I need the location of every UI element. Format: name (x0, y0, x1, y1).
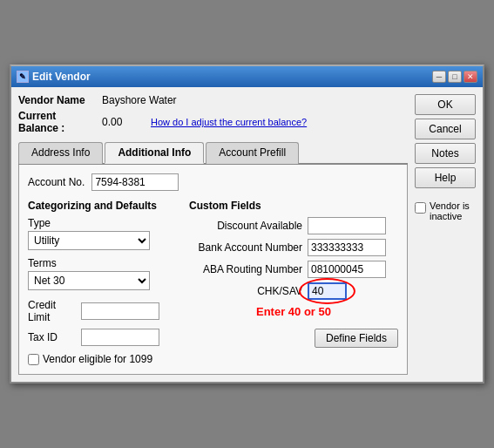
enter-hint-text: Enter 40 or 50 (189, 305, 398, 318)
notes-button[interactable]: Notes (415, 143, 476, 164)
window-body: Vendor Name Bayshore Water Current Balan… (11, 87, 483, 382)
vendor-1099-checkbox[interactable] (28, 354, 39, 365)
credit-limit-label: Credit Limit (28, 299, 76, 323)
edit-vendor-window: ✎ Edit Vendor ─ □ ✕ Vendor Name Bayshore… (10, 64, 484, 384)
vendor-1099-checkbox-row: Vendor eligible for 1099 (28, 353, 180, 365)
tab-bar: Address Info Additional Info Account Pre… (18, 141, 408, 165)
custom-fields-title: Custom Fields (189, 200, 398, 212)
vendor-name-row: Vendor Name Bayshore Water (18, 94, 408, 106)
vendor-inactive-checkbox[interactable] (415, 202, 426, 214)
chk-sav-label: CHK/SAV (189, 285, 302, 297)
bank-account-input[interactable] (308, 239, 386, 256)
vendor-inactive-area: Vendor is inactive (415, 200, 476, 221)
account-no-row: Account No. (28, 173, 398, 191)
bank-account-row: Bank Account Number (189, 239, 398, 256)
vendor-1099-label: Vendor eligible for 1099 (43, 353, 152, 365)
ok-button[interactable]: OK (415, 94, 476, 115)
terms-field-group: Terms Net 30 (28, 257, 180, 290)
terms-label: Terms (28, 257, 180, 269)
additional-info-panel: Account No. Categorizing and Defaults Ty… (18, 165, 408, 375)
title-controls: ─ □ ✕ (432, 71, 477, 83)
define-fields-button[interactable]: Define Fields (315, 329, 398, 348)
close-button[interactable]: ✕ (464, 71, 477, 83)
left-column: Categorizing and Defaults Type Utility T… (28, 200, 180, 365)
maximize-button[interactable]: □ (448, 71, 462, 83)
balance-row: Current Balance : 0.00 How do I adjust t… (18, 110, 408, 134)
window-title: Edit Vendor (32, 71, 91, 83)
tax-id-label: Tax ID (28, 331, 76, 343)
discount-label: Discount Available (189, 220, 302, 232)
vendor-name-label: Vendor Name (18, 94, 97, 106)
tax-id-field: Tax ID (28, 329, 180, 346)
type-field-group: Type Utility (28, 217, 180, 250)
credit-tax-section: Credit Limit Tax ID (28, 299, 180, 346)
type-select[interactable]: Utility (28, 231, 150, 250)
balance-value: 0.00 (102, 116, 145, 128)
vendor-name-value: Bayshore Water (102, 94, 177, 106)
tab-account-prefill[interactable]: Account Prefill (206, 142, 299, 164)
main-content: Vendor Name Bayshore Water Current Balan… (18, 94, 408, 375)
discount-row: Discount Available (189, 217, 398, 234)
account-no-input[interactable] (91, 173, 179, 191)
help-button[interactable]: Help (415, 167, 476, 188)
title-bar-left: ✎ Edit Vendor (17, 71, 91, 83)
right-sidebar: OK Cancel Notes Help Vendor is inactive (415, 94, 476, 375)
chk-sav-row: CHK/SAV (189, 282, 398, 300)
title-bar: ✎ Edit Vendor ─ □ ✕ (11, 66, 483, 87)
aba-routing-row: ABA Routing Number (189, 261, 398, 278)
aba-routing-input[interactable] (308, 261, 386, 278)
categorizing-title: Categorizing and Defaults (28, 200, 180, 212)
bank-account-label: Bank Account Number (189, 241, 302, 254)
right-column: Custom Fields Discount Available Bank Ac… (189, 200, 398, 365)
tab-address-info[interactable]: Address Info (18, 142, 103, 164)
discount-input[interactable] (308, 217, 386, 234)
terms-select[interactable]: Net 30 (28, 271, 150, 290)
chk-sav-input-wrapper (308, 282, 347, 300)
aba-routing-label: ABA Routing Number (189, 263, 302, 275)
tax-id-input[interactable] (81, 329, 159, 346)
vendor-inactive-label: Vendor is inactive (430, 200, 476, 221)
credit-limit-field: Credit Limit (28, 299, 180, 323)
minimize-button[interactable]: ─ (432, 71, 446, 83)
window-icon: ✎ (17, 71, 29, 83)
adjust-balance-link[interactable]: How do I adjust the current balance? (151, 117, 307, 127)
cancel-button[interactable]: Cancel (415, 119, 476, 139)
account-no-label: Account No. (28, 176, 85, 188)
credit-limit-input[interactable] (81, 302, 159, 320)
define-fields-row: Define Fields (189, 329, 398, 348)
tab-additional-info[interactable]: Additional Info (105, 142, 204, 164)
type-label: Type (28, 217, 180, 229)
chk-sav-input[interactable] (308, 282, 347, 300)
balance-label: Current Balance : (18, 110, 97, 134)
two-col-layout: Categorizing and Defaults Type Utility T… (28, 200, 398, 365)
